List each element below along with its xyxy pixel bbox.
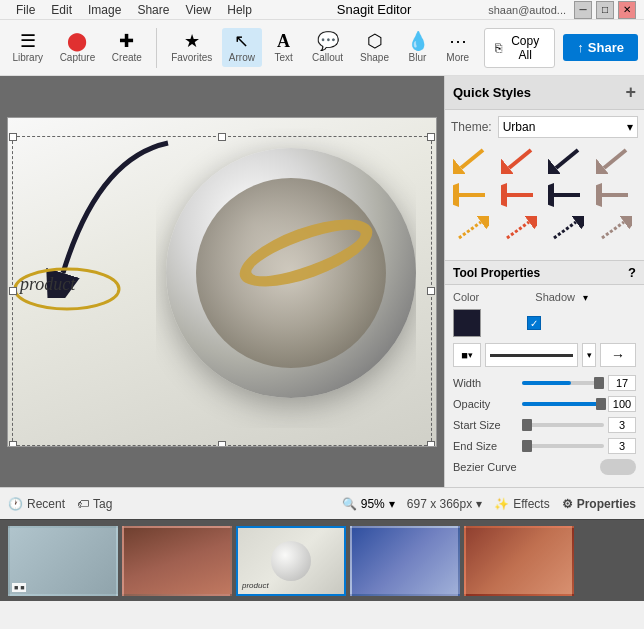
toolbar-library[interactable]: ☰ Library bbox=[6, 28, 49, 67]
copy-all-button[interactable]: ⎘ Copy All bbox=[484, 28, 555, 68]
svg-line-3 bbox=[461, 150, 483, 168]
chevron-down-icon: ▾ bbox=[627, 120, 633, 134]
styles-grid bbox=[451, 144, 638, 246]
width-thumb bbox=[594, 377, 604, 389]
menu-image[interactable]: Image bbox=[80, 3, 129, 17]
thumbnail-1[interactable]: ■ ■ bbox=[8, 526, 118, 596]
thumbnail-2[interactable] bbox=[122, 526, 232, 596]
shadow-checkbox[interactable]: ✓ bbox=[527, 316, 541, 330]
toolbar-favorites[interactable]: ★ Favorites bbox=[165, 28, 218, 67]
tool-properties-title: Tool Properties bbox=[453, 266, 540, 280]
style-item-1[interactable] bbox=[451, 144, 491, 176]
zoom-value: 95% bbox=[361, 497, 385, 511]
start-size-label: Start Size bbox=[453, 419, 518, 431]
tool-properties-header: Tool Properties ? bbox=[445, 260, 644, 285]
right-panel: Quick Styles + Theme: Urban ▾ bbox=[444, 76, 644, 487]
end-size-value[interactable] bbox=[608, 438, 636, 454]
end-size-slider[interactable] bbox=[522, 444, 604, 448]
bezier-toggle[interactable] bbox=[600, 459, 636, 475]
favorites-label: Favorites bbox=[171, 52, 212, 63]
toolbar-capture[interactable]: ⬤ Capture bbox=[53, 28, 101, 67]
add-style-button[interactable]: + bbox=[625, 82, 636, 103]
effects-label: Effects bbox=[513, 497, 549, 511]
toolbar-blur[interactable]: 💧 Blur bbox=[400, 28, 436, 67]
user-label: shaan@autod... bbox=[488, 4, 566, 16]
opacity-value[interactable] bbox=[608, 396, 636, 412]
check-icon: ✓ bbox=[530, 318, 538, 329]
status-bar: 🕐 Recent 🏷 Tag 🔍 95% ▾ 697 x 366px ▾ ✨ E… bbox=[0, 487, 644, 519]
share-button[interactable]: ↑ Share bbox=[563, 34, 638, 61]
thumbnail-4[interactable] bbox=[350, 526, 460, 596]
arrow-icon: ↖ bbox=[234, 32, 249, 50]
style-item-8[interactable] bbox=[594, 179, 634, 211]
thumbnail-5[interactable] bbox=[464, 526, 574, 596]
start-size-slider[interactable] bbox=[522, 423, 604, 427]
svg-line-9 bbox=[604, 150, 626, 168]
menu-file[interactable]: File bbox=[8, 3, 43, 17]
arrow-end-button[interactable]: → bbox=[600, 343, 636, 367]
width-value[interactable] bbox=[608, 375, 636, 391]
style-item-7[interactable] bbox=[546, 179, 586, 211]
shadow-label: Shadow bbox=[535, 291, 575, 303]
effects-button[interactable]: ✨ Effects bbox=[494, 497, 549, 511]
favorites-icon: ★ bbox=[184, 32, 200, 50]
minimize-btn[interactable]: ─ bbox=[574, 1, 592, 19]
bezier-row: Bezier Curve bbox=[453, 459, 636, 475]
menu-help[interactable]: Help bbox=[219, 3, 260, 17]
svg-line-5 bbox=[509, 150, 531, 168]
color-swatch[interactable] bbox=[453, 309, 481, 337]
tag-button[interactable]: 🏷 Tag bbox=[77, 497, 112, 511]
bezier-label: Bezier Curve bbox=[453, 461, 600, 473]
line-end-select[interactable]: ▾ bbox=[582, 343, 596, 367]
properties-button[interactable]: ⚙ Properties bbox=[562, 497, 636, 511]
close-btn[interactable]: ✕ bbox=[618, 1, 636, 19]
start-size-row: Start Size bbox=[453, 417, 636, 433]
style-item-4[interactable] bbox=[594, 144, 634, 176]
copy-all-label: Copy All bbox=[506, 34, 544, 62]
opacity-thumb bbox=[596, 398, 606, 410]
toolbar-shape[interactable]: ⬡ Shape bbox=[354, 28, 396, 67]
menu-bar: File Edit Image Share View Help Snagit E… bbox=[0, 0, 644, 20]
toolbar-arrow[interactable]: ↖ Arrow bbox=[222, 28, 261, 67]
svg-line-25 bbox=[602, 222, 624, 238]
recent-icon: 🕐 bbox=[8, 497, 23, 511]
blur-label: Blur bbox=[409, 52, 427, 63]
style-item-2[interactable] bbox=[499, 144, 539, 176]
help-icon[interactable]: ? bbox=[628, 265, 636, 280]
theme-dropdown[interactable]: Urban ▾ bbox=[498, 116, 638, 138]
color-shadow-row: Color Shadow ▾ bbox=[453, 291, 636, 303]
thumbnail-3[interactable]: product bbox=[236, 526, 346, 596]
width-fill bbox=[522, 381, 571, 385]
color-swatch-row: ✓ bbox=[453, 309, 636, 337]
more-label: More bbox=[446, 52, 469, 63]
maximize-btn[interactable]: □ bbox=[596, 1, 614, 19]
style-item-6[interactable] bbox=[499, 179, 539, 211]
style-item-3[interactable] bbox=[546, 144, 586, 176]
style-item-9[interactable] bbox=[451, 214, 491, 246]
recent-button[interactable]: 🕐 Recent bbox=[8, 497, 65, 511]
style-item-11[interactable] bbox=[546, 214, 586, 246]
style-item-10[interactable] bbox=[499, 214, 539, 246]
text-label: Text bbox=[274, 52, 292, 63]
svg-line-23 bbox=[554, 222, 576, 238]
toolbar-create[interactable]: ✚ Create bbox=[105, 28, 148, 67]
dimensions-display: 697 x 366px ▾ bbox=[407, 497, 482, 511]
svg-line-7 bbox=[556, 150, 578, 168]
width-slider[interactable] bbox=[522, 381, 604, 385]
share-icon: ↑ bbox=[577, 40, 584, 55]
menu-edit[interactable]: Edit bbox=[43, 3, 80, 17]
create-icon: ✚ bbox=[119, 32, 134, 50]
menu-share[interactable]: Share bbox=[129, 3, 177, 17]
menu-view[interactable]: View bbox=[177, 3, 219, 17]
canvas-area[interactable]: product bbox=[0, 76, 444, 487]
toolbar-text[interactable]: A Text bbox=[266, 28, 302, 67]
toolbar-callout[interactable]: 💬 Callout bbox=[306, 28, 350, 67]
start-size-value[interactable] bbox=[608, 417, 636, 433]
share-label: Share bbox=[588, 40, 624, 55]
opacity-slider[interactable] bbox=[522, 402, 604, 406]
style-item-5[interactable] bbox=[451, 179, 491, 211]
style-item-12[interactable] bbox=[594, 214, 634, 246]
zoom-control[interactable]: 🔍 95% ▾ bbox=[342, 497, 395, 511]
line-style-select[interactable]: ■▾ bbox=[453, 343, 481, 367]
toolbar-more[interactable]: ⋯ More bbox=[440, 28, 476, 67]
